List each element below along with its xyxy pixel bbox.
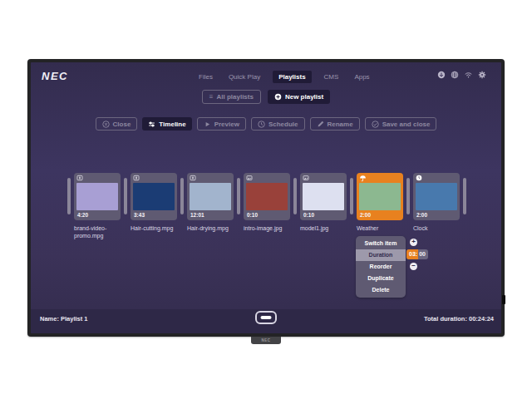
thumbnail — [416, 183, 457, 210]
nav-tab-quick-play[interactable]: Quick Play — [225, 71, 264, 83]
timeline-button[interactable]: Timeline — [142, 117, 191, 131]
clock-icon — [416, 175, 422, 181]
menu-item-delete[interactable]: Delete — [356, 284, 406, 296]
image-icon — [246, 175, 253, 181]
timeline-card-video[interactable]: 4:20 — [74, 173, 121, 220]
thumbnail — [76, 183, 118, 210]
nec-display-bezel: NEC Files Quick Play Playlists CMS Apps — [27, 59, 505, 337]
new-playlist-label: New playlist — [285, 93, 323, 101]
item-name: Weather — [357, 224, 410, 232]
nec-logo: NEC — [42, 70, 68, 82]
nav-tab-playlists[interactable]: Playlists — [273, 71, 311, 83]
item-context-menu: Switch item Duration Reorder Duplicate D… — [356, 236, 406, 298]
menu-item-reorder[interactable]: Reorder — [356, 261, 406, 273]
insert-handle[interactable] — [406, 178, 410, 214]
duration-decrease-button[interactable]: − — [410, 263, 417, 270]
insert-handle[interactable] — [124, 178, 127, 214]
item-name: Clock — [413, 224, 466, 232]
all-playlists-button[interactable]: ≡ All playlists — [202, 90, 261, 104]
top-navigation: Files Quick Play Playlists CMS Apps — [195, 71, 373, 83]
timeline-item: 12:01 Hair-drying.mpg — [187, 173, 234, 232]
duration-minutes: 03: — [406, 249, 418, 259]
item-duration: 2:00 — [413, 210, 460, 220]
thumbnail — [133, 183, 175, 210]
playlist-actions: ≡ All playlists New playlist — [31, 90, 501, 104]
list-icon: ≡ — [209, 93, 214, 101]
item-name: Hair-drying.mpg — [187, 224, 240, 232]
item-duration: 2:00 — [357, 210, 403, 220]
save-and-close-button[interactable]: Save and close — [365, 117, 437, 131]
globe-icon[interactable] — [451, 71, 459, 79]
bezel-nec-logo: NEC — [251, 337, 281, 344]
menu-item-switch-item[interactable]: Switch item — [356, 238, 406, 249]
timeline-item-selected: 2:00 Weather — [357, 173, 403, 232]
timeline-item: 2:00 Clock — [413, 173, 460, 232]
timeline-item: 0:10 model1.jpg — [300, 173, 347, 232]
timeline-item: 3:43 Hair-cutting.mpg — [131, 173, 177, 232]
settings-icon[interactable] — [478, 71, 486, 79]
thumbnail — [303, 183, 344, 210]
schedule-button[interactable]: Schedule — [251, 117, 305, 131]
item-duration: 12:01 — [187, 210, 234, 220]
item-duration: 3:43 — [131, 210, 177, 220]
insert-handle[interactable] — [180, 178, 184, 214]
timeline-item: 0:10 intro-image.jpg — [244, 173, 290, 232]
insert-handle[interactable] — [463, 178, 466, 214]
duration-seconds: 00 — [418, 249, 428, 259]
display-screen: NEC Files Quick Play Playlists CMS Apps — [31, 62, 501, 333]
item-duration: 4:20 — [74, 210, 121, 220]
clock-icon — [258, 121, 265, 128]
duration-increase-button[interactable]: + — [410, 239, 417, 246]
update-icon[interactable] — [437, 71, 446, 79]
thumbnail — [190, 183, 231, 210]
nav-tab-cms[interactable]: CMS — [321, 71, 342, 83]
insert-handle[interactable] — [293, 178, 297, 214]
play-icon — [204, 121, 211, 128]
item-name: Hair-cutting.mpg — [131, 224, 184, 232]
video-icon — [133, 175, 140, 181]
timeline-card-video[interactable]: 3:43 — [131, 173, 177, 220]
sliders-icon — [148, 121, 155, 128]
playlist-name-label: Name: Playlist 1 — [40, 315, 88, 323]
nav-tab-apps[interactable]: Apps — [351, 71, 372, 83]
timeline-card-video[interactable]: 12:01 — [187, 173, 234, 220]
minimize-icon — [261, 316, 272, 319]
item-duration: 0:10 — [300, 210, 347, 220]
thumbnail — [246, 183, 288, 210]
item-name: brand-video-promo.mpg — [74, 224, 127, 239]
insert-handle[interactable] — [67, 178, 71, 214]
bezel-sensor — [502, 295, 505, 304]
timeline-card-clock[interactable]: 2:00 — [413, 173, 460, 220]
item-duration: 0:10 — [244, 210, 290, 220]
hide-panel-button[interactable] — [255, 311, 277, 324]
image-icon — [303, 175, 309, 181]
item-name: model1.jpg — [300, 224, 353, 232]
close-button[interactable]: Close — [96, 117, 138, 131]
rename-button[interactable]: Rename — [310, 117, 360, 131]
pencil-icon — [317, 121, 324, 128]
timeline-item: 4:20 brand-video-promo.mpg — [74, 173, 121, 239]
plus-circle-icon — [274, 93, 282, 101]
timeline-card-image[interactable]: 0:10 — [300, 173, 347, 220]
check-circle-icon — [372, 121, 379, 128]
duration-value-badge[interactable]: 03: 00 — [406, 249, 428, 259]
timeline-card-weather[interactable]: 2:00 — [357, 173, 403, 220]
wifi-icon[interactable] — [464, 71, 473, 79]
video-icon — [190, 175, 196, 181]
all-playlists-label: All playlists — [216, 93, 253, 101]
menu-item-duplicate[interactable]: Duplicate — [356, 273, 406, 284]
nav-tab-files[interactable]: Files — [195, 71, 216, 83]
timeline-track: 4:20 brand-video-promo.mpg 3:43 Hair-cut… — [67, 173, 466, 239]
status-bar: Name: Playlist 1 Total duration: 00:24:2… — [31, 309, 501, 333]
preview-button[interactable]: Preview — [197, 117, 246, 131]
timeline-card-image[interactable]: 0:10 — [244, 173, 290, 220]
total-duration-label: Total duration: 00:24:24 — [424, 315, 494, 323]
thumbnail — [359, 183, 401, 210]
video-icon — [76, 175, 83, 181]
insert-handle[interactable] — [237, 178, 240, 214]
insert-handle[interactable] — [350, 178, 353, 214]
menu-item-duration[interactable]: Duration — [356, 249, 406, 261]
new-playlist-button[interactable]: New playlist — [268, 90, 330, 104]
umbrella-icon — [359, 175, 367, 182]
system-icons — [437, 71, 486, 79]
